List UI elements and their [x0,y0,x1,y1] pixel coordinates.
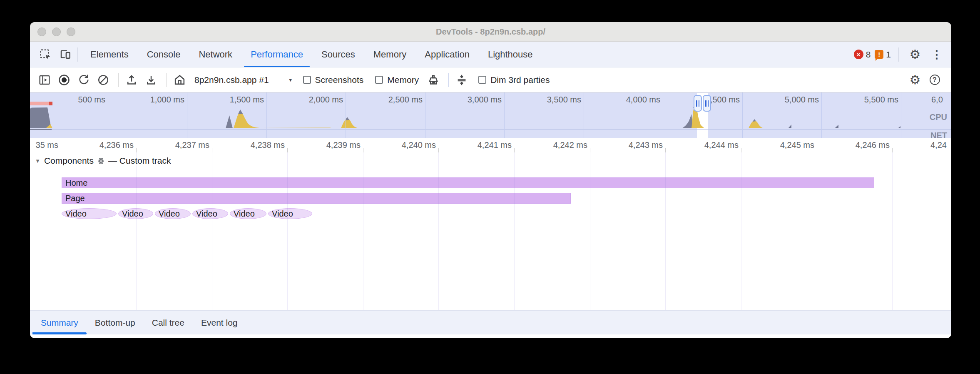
bottom-tab-call-tree[interactable]: Call tree [144,311,193,334]
screenshots-checkbox[interactable]: Screenshots [303,75,364,85]
warning-icon: ! [875,50,883,59]
tab-console[interactable]: Console [138,42,190,67]
warning-count: 1 [886,50,891,60]
track-span-video[interactable]: Video [192,208,228,219]
record-icon[interactable] [55,71,73,89]
tab-memory[interactable]: Memory [364,42,415,67]
upload-profile-icon[interactable] [123,71,140,89]
track-span-video[interactable]: Video [62,208,117,219]
memory-checkbox[interactable]: Memory [375,75,419,85]
target-selector[interactable]: 8p2n9n.csb.app #1 ▼ [194,75,293,85]
tab-sources[interactable]: Sources [312,42,364,67]
checkbox-box[interactable] [478,76,486,84]
ruler-tick-mark [212,148,212,152]
custom-track-header[interactable]: ▼ Components — Custom track [35,156,171,166]
divider [77,47,78,62]
bottom-tab-event-log[interactable]: Event log [193,311,246,334]
memory-label: Memory [387,75,419,85]
track-span-video[interactable]: Video [230,208,266,219]
tab-elements[interactable]: Elements [81,42,138,67]
track-span-page[interactable]: Page [62,193,571,204]
tab-application[interactable]: Application [415,42,479,67]
record-and-reload-icon[interactable] [75,71,92,89]
zoom-window-button[interactable] [67,27,75,36]
track-gridline [665,152,666,310]
selection-right-handle[interactable] [703,95,711,112]
checkbox-box[interactable] [375,76,383,84]
cpu-label: CPU [914,112,947,122]
tab-network[interactable]: Network [189,42,241,67]
overview-gridline [742,92,743,138]
bottom-tab-summary[interactable]: Summary [32,311,87,334]
overview-gridline [901,92,901,138]
track-span-home[interactable]: Home [62,177,874,188]
track-gridline [438,152,439,310]
overview-gridline [504,92,505,138]
ruler-tick-label: 4,244 ms [680,140,739,150]
clear-icon[interactable] [95,71,112,89]
track-gridline [590,152,590,310]
track-gridline [287,152,288,310]
track-gridline [817,152,817,310]
device-toolbar-icon[interactable] [57,46,74,63]
dim-3rd-parties-label: Dim 3rd parties [490,75,550,85]
overview-tick-label: 1,500 ms [206,95,264,105]
ruler-tick-label: 4,240 ms [378,140,436,150]
ruler-tick-mark [892,148,893,152]
checkbox-box[interactable] [303,76,311,84]
close-window-button[interactable] [37,27,46,36]
overview-gridline [346,92,346,138]
active-bottom-tab-underline [32,332,87,334]
collapse-icon[interactable] [453,71,470,89]
error-badge[interactable]: × 8 [854,50,871,60]
overview-tick-label: 500 ms [47,95,105,105]
ruler-tick-mark [287,148,288,152]
track-span-video[interactable]: Video [268,208,312,219]
overview-tick-label: 2,000 ms [285,95,343,105]
devtools-tabbar: ElementsConsoleNetworkPerformanceSources… [30,42,951,67]
bottom-tab-bottom-up[interactable]: Bottom-up [87,311,144,334]
ruler-tick-mark [590,148,590,152]
garbage-collect-icon[interactable] [425,71,442,89]
window-title: DevTools - 8p2n9n.csb.app/ [30,27,951,37]
timeline-overview[interactable]: CPU NET 500 ms1,000 ms1,500 ms2,000 ms2,… [30,92,951,138]
dim-3rd-parties-checkbox[interactable]: Dim 3rd parties [478,75,550,85]
track-gridline [212,152,212,310]
kebab-menu-icon[interactable]: ⋮ [928,46,945,63]
tab-lighthouse[interactable]: Lighthouse [479,42,542,67]
capture-settings-gear-icon[interactable]: ⚙ [906,71,924,89]
track-span-video[interactable]: Video [155,208,191,219]
target-selector-label: 8p2n9n.csb.app #1 [194,75,269,85]
settings-gear-icon[interactable]: ⚙ [906,46,924,63]
overview-gridline [425,92,425,138]
selection-left-handle[interactable] [694,95,702,112]
tracks-area[interactable]: ▼ Components — Custom track HomePageVide… [30,152,951,310]
download-profile-icon[interactable] [142,71,160,89]
minimize-window-button[interactable] [52,27,61,36]
overview-tick-label: 3,000 ms [443,95,502,105]
devtools-window: DevTools - 8p2n9n.csb.app/ ElementsConso… [30,22,951,338]
home-icon[interactable] [171,71,188,89]
inspect-element-icon[interactable] [37,46,54,63]
divider [118,73,119,87]
track-gridline [136,152,137,310]
help-icon[interactable]: ? [926,71,943,89]
overview-tick-label: 3,500 ms [523,95,581,105]
ruler-tick-mark [438,148,439,152]
ruler-tick-mark [61,148,61,152]
tab-performance[interactable]: Performance [241,42,312,67]
divider [166,73,167,87]
toggle-sidebar-icon[interactable] [36,71,53,89]
ruler-tick-label: 35 ms [30,140,58,150]
chevron-down-icon: ▼ [288,77,293,83]
track-span-video[interactable]: Video [118,208,153,219]
ruler-tick-label: 4,243 ms [604,140,663,150]
ruler-tick-label: 4,237 ms [151,140,209,150]
warning-badge[interactable]: ! 1 [875,50,891,60]
overview-gridline [108,92,108,138]
track-gridline [892,152,893,310]
overview-gridline [187,92,187,138]
disclosure-triangle-icon[interactable]: ▼ [35,158,40,164]
track-gridline [61,152,61,310]
ruler-tick-label: 4,246 ms [831,140,890,150]
